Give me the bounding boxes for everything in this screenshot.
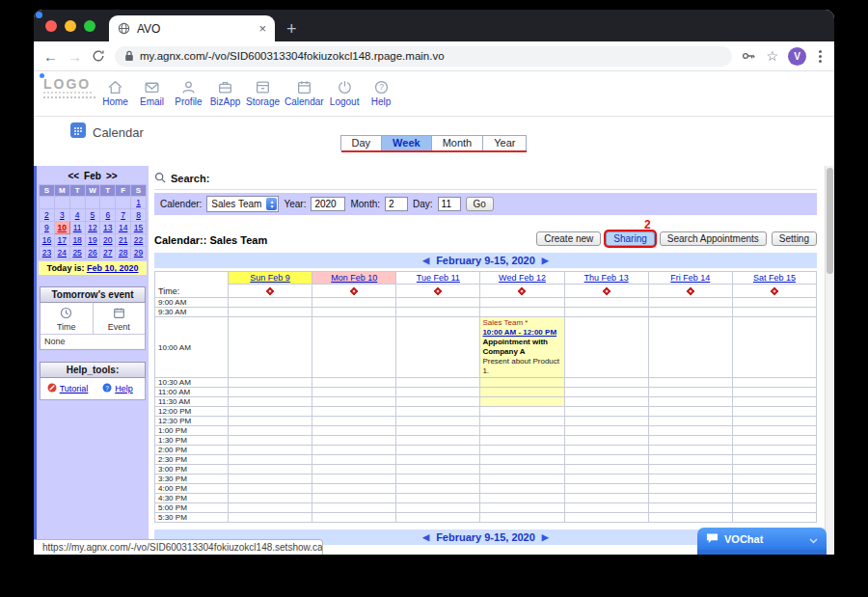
tab-close-icon[interactable]: × [258,22,266,35]
mini-day-link[interactable]: 6 [105,210,110,220]
next-month-button[interactable]: >> [106,171,118,181]
day-link[interactable]: Tue Feb 11 [417,273,460,283]
mini-day-link[interactable]: 24 [58,248,67,258]
minimize-window-button[interactable] [65,20,76,32]
tab-week[interactable]: Week [381,135,432,150]
day-alert-cell[interactable] [312,285,396,298]
profile-avatar[interactable]: V [788,47,806,66]
mini-day-cell[interactable]: 22 [131,234,147,247]
year-input[interactable] [311,197,345,211]
day-link[interactable]: Thu Feb 13 [584,273,629,283]
calendar-select[interactable]: Sales Team ▲▼ [206,196,279,212]
day-link[interactable]: Sat Feb 15 [753,273,796,283]
mini-day-cell[interactable]: 10 [54,222,69,234]
sharing-button[interactable]: Sharing [606,231,654,246]
mini-day-link[interactable]: 29 [134,248,143,258]
nav-item-help[interactable]: ? Help [366,77,397,107]
nav-item-logout[interactable]: Logout [329,77,361,107]
tab-year[interactable]: Year [482,135,527,150]
mini-day-link[interactable]: 16 [42,235,51,245]
mini-day-cell[interactable]: 24 [54,247,69,259]
nav-item-storage[interactable]: Storage [246,77,280,107]
mini-day-cell[interactable]: 12 [85,222,100,234]
day-link[interactable]: Fri Feb 14 [670,273,710,283]
go-button[interactable]: Go [466,197,494,211]
alert-icon[interactable] [350,287,358,295]
mini-day-cell[interactable]: 14 [116,222,131,234]
browser-tab[interactable]: AVO × [109,15,275,41]
mini-day-link[interactable]: 1 [136,198,141,207]
mini-day-cell[interactable]: 25 [69,247,85,259]
tutorial-link[interactable]: Tutorial [60,384,89,393]
address-bar[interactable]: my.agnx.com/-/vo/SID600313304fokiuzokcl1… [115,46,732,67]
mini-day-link[interactable]: 10 [58,223,67,232]
mini-day-link[interactable]: 25 [72,248,81,258]
event-cell[interactable]: Sales Team *10:00 AM - 12:00 PM Appointm… [480,317,564,378]
prev-month-button[interactable]: << [68,171,79,181]
mini-day-cell[interactable]: 19 [85,234,100,247]
mini-day-cell[interactable]: 27 [100,247,116,259]
help-link[interactable]: Help [115,384,133,393]
mini-day-cell[interactable]: 18 [69,234,85,247]
mini-day-link[interactable]: 7 [121,210,125,220]
nav-item-home[interactable]: Home [99,77,131,107]
nav-item-bizapp[interactable]: BizApp [209,77,241,107]
mini-day-link[interactable]: 27 [103,248,112,258]
prev-week-button[interactable]: ◀ [422,256,429,265]
alert-icon[interactable] [602,287,610,295]
maximize-window-button[interactable] [84,20,95,32]
vochat-bar[interactable]: VOChat [697,528,827,550]
password-key-icon[interactable] [742,50,756,62]
day-alert-cell[interactable] [229,285,312,298]
mini-day-link[interactable]: 14 [119,223,127,232]
vertical-scrollbar[interactable] [825,166,834,555]
mini-day-link[interactable]: 12 [88,223,96,232]
mini-day-cell[interactable]: 7 [116,209,131,222]
mini-day-cell[interactable]: 1 [131,197,147,209]
browser-menu-icon[interactable] [816,50,825,63]
bookmark-star-icon[interactable]: ☆ [766,48,778,64]
vochat-widget[interactable]: VOChat [697,528,827,555]
mini-day-link[interactable]: 19 [88,235,96,245]
create-new-button[interactable]: Create new [536,231,601,246]
mini-day-link[interactable]: 26 [88,248,96,258]
day-alert-cell[interactable] [648,285,732,298]
back-button[interactable]: ← [43,49,58,64]
nav-item-email[interactable]: Email [136,77,168,107]
mini-day-link[interactable]: 8 [136,210,141,220]
mini-day-cell[interactable]: 6 [100,209,116,222]
day-alert-cell[interactable] [396,285,480,298]
mini-day-cell[interactable]: 8 [131,209,147,222]
day-link[interactable]: Sun Feb 9 [250,273,290,283]
mini-day-cell[interactable]: 5 [85,209,100,222]
mini-day-cell[interactable]: 20 [100,234,116,247]
new-tab-button[interactable]: + [286,20,297,38]
alert-icon[interactable] [518,287,526,295]
mini-day-link[interactable]: 22 [134,235,143,245]
event-time-link[interactable]: 10:00 AM - 12:00 PM [482,328,556,337]
mini-day-link[interactable]: 2 [44,210,49,220]
mini-day-link[interactable]: 11 [73,223,82,232]
mini-day-link[interactable]: 21 [119,235,127,245]
mini-day-link[interactable]: 15 [134,223,143,232]
nav-item-calendar[interactable]: Calendar [285,77,324,107]
mini-day-link[interactable]: 9 [44,223,49,232]
mini-day-link[interactable]: 20 [103,235,112,245]
setting-button[interactable]: Setting [772,231,817,246]
mini-day-cell[interactable]: 3 [54,209,69,222]
chevron-down-icon[interactable] [809,530,818,548]
mini-day-cell[interactable]: 2 [40,209,55,222]
mini-day-link[interactable]: 23 [42,248,51,258]
mini-day-cell[interactable]: 21 [116,234,131,247]
mini-day-cell[interactable]: 4 [69,209,85,222]
mini-day-cell[interactable]: 26 [85,247,100,259]
nav-item-profile[interactable]: Profile [173,77,204,107]
today-date-link[interactable]: Feb 10, 2020 [87,263,139,273]
mini-day-cell[interactable]: 16 [40,234,55,247]
tab-month[interactable]: Month [431,135,484,150]
mini-day-cell[interactable]: 11 [69,222,85,234]
mini-day-cell[interactable]: 28 [116,247,131,259]
scrollbar-thumb[interactable] [827,168,833,274]
search-appointments-button[interactable]: Search Appointments [660,231,767,246]
day-alert-cell[interactable] [732,285,816,298]
